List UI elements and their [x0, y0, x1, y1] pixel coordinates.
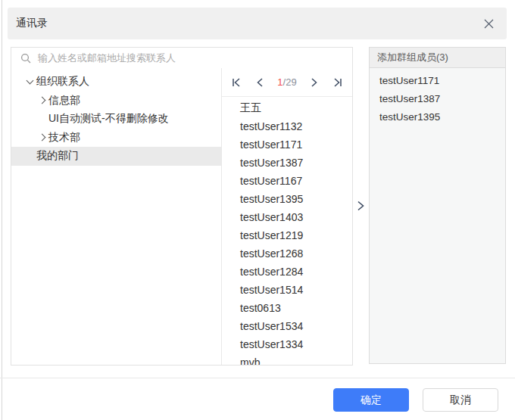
next-page-icon [310, 77, 319, 88]
contact-name: 王五 [240, 101, 261, 115]
contact-name: testUser1171 [240, 138, 302, 151]
dialog-title: 通讯录 [16, 17, 48, 30]
tree-node-label: 信息部 [48, 94, 80, 107]
tree-node[interactable]: UI自动测试-不得删除修改 [11, 110, 221, 129]
contact-search-box[interactable]: 输入姓名或邮箱地址搜索联系人 [11, 47, 353, 69]
last-page-icon [332, 77, 343, 88]
close-icon [484, 19, 494, 29]
member-name: testUser1395 [379, 111, 440, 123]
contact-list-item[interactable]: 王五 [222, 99, 352, 117]
tree-expander-icon[interactable] [27, 151, 36, 161]
contact-list-item[interactable]: testUser1395 [222, 190, 352, 208]
page-indicator: 1 / 29 [277, 76, 296, 88]
contact-name: testUser1387 [240, 157, 303, 169]
contact-name: testUser1167 [240, 175, 302, 187]
tree-node-label: UI自动测试-不得删除修改 [48, 112, 169, 126]
contact-name: testUser1395 [240, 193, 303, 205]
members-panel-title: 添加群组成员(3) [377, 51, 448, 64]
tree-node[interactable]: 组织联系人 [11, 73, 221, 92]
contact-name: testUser1132 [240, 120, 302, 132]
members-list: testUser1171 testUser1387 testUser1395 [370, 68, 505, 126]
transfer-right-icon [357, 200, 365, 212]
contact-list-item[interactable]: test0613 [222, 299, 352, 317]
last-page-button[interactable] [332, 76, 344, 88]
contact-list-item[interactable]: testUser1387 [222, 154, 352, 172]
contact-list-column: 1 / 29 王五 testUser1132 [221, 68, 352, 365]
contact-list-item[interactable]: testUser1132 [222, 117, 352, 135]
contact-name: test0613 [240, 302, 281, 314]
contact-list: 王五 testUser1132 testUser1171 testUser138… [222, 97, 352, 365]
contact-list-item[interactable]: testUser1334 [222, 335, 352, 353]
contact-list-item[interactable]: testUser1284 [222, 263, 352, 281]
contact-list-item[interactable]: testUser1514 [222, 281, 352, 299]
window-left-edge [2, 0, 2, 420]
members-panel-header: 添加群组成员(3) [370, 48, 505, 68]
contact-name: testUser1219 [240, 229, 303, 241]
prev-page-button[interactable] [254, 76, 265, 88]
tree-expander-icon[interactable] [27, 77, 36, 87]
pagination-bar: 1 / 29 [222, 68, 352, 97]
tree-node[interactable]: 信息部 [11, 92, 221, 110]
tree-expander-icon[interactable] [39, 132, 48, 142]
tree-node-label: 组织联系人 [36, 75, 89, 89]
contact-name: testUser1534 [240, 320, 303, 332]
contact-name: testUser1514 [240, 284, 303, 296]
first-page-icon [231, 77, 242, 88]
selected-members-panel: 添加群组成员(3) testUser1171 testUser1387 test… [369, 47, 506, 364]
contact-list-item[interactable]: testUser1403 [222, 208, 352, 226]
tree-expander-icon[interactable] [39, 95, 48, 105]
tree-node-label: 我的部门 [36, 149, 79, 163]
member-list-item[interactable]: testUser1171 [370, 71, 505, 89]
tree-node-label: 技术部 [48, 131, 80, 145]
member-list-item[interactable]: testUser1395 [370, 107, 505, 126]
search-placeholder: 输入姓名或邮箱地址搜索联系人 [38, 51, 176, 65]
contact-name: testUser1268 [240, 247, 303, 260]
tree-node[interactable]: 技术部 [11, 129, 221, 148]
current-page: 1 [277, 76, 282, 88]
contact-list-item[interactable]: testUser1219 [222, 226, 352, 244]
contact-name: testUser1284 [240, 266, 303, 278]
member-name: testUser1387 [379, 93, 440, 104]
confirm-button[interactable]: 确定 [333, 388, 409, 412]
contact-list-item[interactable]: testUser1268 [222, 244, 352, 263]
add-to-members-button[interactable] [354, 198, 367, 214]
contact-list-item[interactable]: testUser1167 [222, 172, 352, 190]
close-button[interactable] [482, 17, 495, 30]
total-pages: 29 [286, 76, 296, 88]
contact-list-item[interactable]: testUser1171 [222, 135, 352, 154]
dialog-titlebar: 通讯录 [8, 8, 507, 39]
search-icon [20, 53, 31, 64]
contact-list-item[interactable]: testUser1534 [222, 317, 352, 335]
footer-divider [0, 378, 515, 378]
department-tree: 组织联系人 信息部 UI自动测试-不得删除修改 技术部 我的部门 [11, 68, 221, 365]
tree-expander-icon[interactable] [39, 114, 48, 124]
first-page-button[interactable] [230, 76, 242, 88]
contact-name: testUser1403 [240, 211, 303, 223]
contact-name: testUser1334 [240, 338, 303, 350]
contact-list-item[interactable]: mvb [222, 353, 352, 365]
prev-page-icon [255, 77, 264, 88]
tree-node[interactable]: 我的部门 [11, 147, 221, 166]
member-list-item[interactable]: testUser1387 [370, 89, 505, 107]
next-page-button[interactable] [309, 76, 320, 88]
contact-name: mvb [240, 356, 260, 365]
cancel-button[interactable]: 取消 [423, 388, 498, 412]
member-name: testUser1171 [379, 75, 439, 86]
contacts-browser: 组织联系人 信息部 UI自动测试-不得删除修改 技术部 我的部门 [11, 68, 353, 366]
